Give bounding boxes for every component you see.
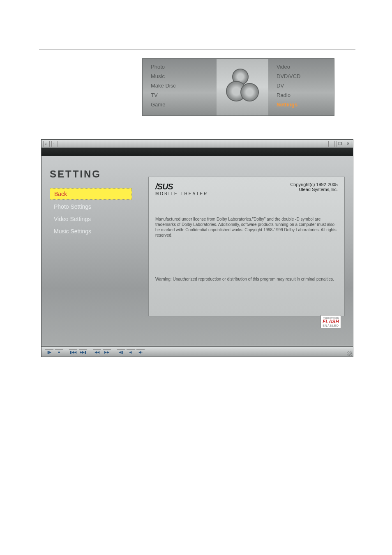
home-button[interactable]: ⌂ — [43, 141, 50, 147]
window-dark-strip — [42, 148, 353, 156]
menu-music[interactable]: Music — [143, 71, 217, 81]
sidebar-video-settings[interactable]: Video Settings — [50, 214, 132, 224]
about-box: /SUS MOBILE THEATER Copyright(c) 1992-20… — [148, 177, 345, 316]
close-button[interactable]: ✕ — [345, 141, 351, 147]
menu-radio[interactable]: Radio — [268, 90, 334, 100]
resize-grip[interactable] — [347, 351, 352, 356]
menu-center-graphic — [217, 59, 268, 115]
mute-button[interactable]: ◀▮ — [117, 349, 125, 355]
main-menu-grid: Photo Music Make Disc TV Game Video DVD/… — [142, 58, 334, 116]
settings-content: /SUS MOBILE THEATER Copyright(c) 1992-20… — [140, 156, 353, 345]
copyright-line1: Copyright(c) 1992-2005 — [290, 182, 338, 187]
license-text: Manufactured under license from Dolby La… — [155, 216, 338, 238]
flash-badge: macromedia FLASH ENABLED — [321, 315, 341, 328]
gears-icon — [222, 67, 263, 108]
window-body: SETTING Back Photo Settings Video Settin… — [42, 156, 353, 345]
sidebar-music-settings[interactable]: Music Settings — [50, 226, 132, 237]
playback-bar: ▮▶ ■ ▮◀◀ ▶▶▮ ◀◀ ▶▶ ◀▮ ◀- ◀+ — [42, 346, 353, 357]
sidebar-back[interactable]: Back — [50, 188, 132, 200]
flash-main-label: FLASH — [323, 319, 339, 324]
menu-photo[interactable]: Photo — [143, 62, 217, 71]
stop-button[interactable]: ■ — [55, 349, 63, 355]
volume-down-button[interactable]: ◀- — [127, 349, 135, 355]
page-divider — [39, 49, 355, 50]
prev-track-button[interactable]: ▮◀◀ — [69, 349, 77, 355]
volume-up-button[interactable]: ◀+ — [136, 349, 145, 355]
menu-make-disc[interactable]: Make Disc — [143, 81, 217, 90]
settings-window: ⌂ ← — ❐ ✕ SETTING Back Photo Settings Vi… — [41, 139, 353, 357]
flash-enabled-label: ENABLED — [323, 324, 339, 327]
settings-title: SETTING — [50, 168, 132, 180]
menu-tv[interactable]: TV — [143, 90, 217, 100]
menu-video[interactable]: Video — [268, 62, 334, 71]
next-track-button[interactable]: ▶▶▮ — [79, 349, 87, 355]
menu-dvd-vcd[interactable]: DVD/VCD — [268, 71, 334, 81]
window-title-bar: ⌂ ← — ❐ ✕ — [42, 140, 353, 148]
menu-left-column: Photo Music Make Disc TV Game — [143, 59, 217, 115]
copyright-line2: Ulead Systems,Inc. — [290, 187, 338, 192]
fast-forward-button[interactable]: ▶▶ — [103, 349, 111, 355]
back-button[interactable]: ← — [51, 141, 58, 147]
warning-text: Warning: Unauthorized reproduction or di… — [155, 277, 338, 281]
menu-right-column: Video DVD/VCD DV Radio Settings — [268, 59, 334, 115]
brand-area: /SUS MOBILE THEATER — [155, 182, 208, 196]
menu-dv[interactable]: DV — [268, 81, 334, 90]
brand-subtitle: MOBILE THEATER — [155, 191, 208, 196]
settings-sidebar: SETTING Back Photo Settings Video Settin… — [42, 156, 140, 345]
minimize-button[interactable]: — — [328, 141, 335, 147]
sidebar-photo-settings[interactable]: Photo Settings — [50, 201, 132, 212]
play-pause-button[interactable]: ▮▶ — [45, 349, 53, 355]
maximize-button[interactable]: ❐ — [337, 141, 343, 147]
menu-settings[interactable]: Settings — [268, 100, 334, 109]
copyright-text: Copyright(c) 1992-2005 Ulead Systems,Inc… — [290, 182, 338, 192]
brand-logo: /SUS — [155, 182, 208, 191]
menu-game[interactable]: Game — [143, 100, 217, 109]
rewind-button[interactable]: ◀◀ — [93, 349, 101, 355]
